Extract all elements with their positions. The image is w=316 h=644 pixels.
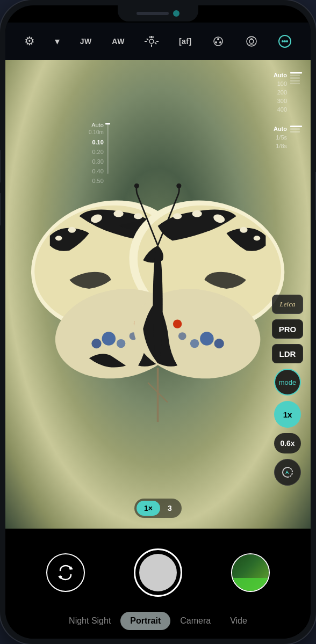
zoom-1x-label: 1x xyxy=(283,410,292,419)
svg-point-30 xyxy=(240,227,248,233)
autofocus-af[interactable]: [af] xyxy=(179,37,192,46)
svg-point-11 xyxy=(219,41,221,43)
viewfinder-preview xyxy=(5,60,311,529)
shutter-bar-2 xyxy=(290,128,300,130)
svg-point-40 xyxy=(214,339,224,348)
volume-up-button[interactable] xyxy=(0,150,1,182)
ldr-button[interactable]: LDR xyxy=(272,344,303,363)
phone-screen: ⚙ ▾ JW AW [af] xyxy=(5,5,311,639)
settings-icon[interactable]: ⚙ xyxy=(24,34,35,48)
iso-labels: Auto 100 200 300 400 xyxy=(274,71,287,114)
bottom-controls: Night Sight Portrait Camera Vide xyxy=(5,529,311,639)
focus-val-1: 0.10 xyxy=(92,137,103,147)
zoom-toggle[interactable]: 1× 3 xyxy=(134,499,182,518)
shutter-inner-circle xyxy=(139,554,177,591)
svg-point-41 xyxy=(190,339,199,348)
butterfly-image xyxy=(20,84,295,506)
focus-val-2: 0.20 xyxy=(92,147,103,157)
more-options-icon[interactable] xyxy=(278,34,292,48)
iso-track xyxy=(290,71,302,84)
focus-subtitle: 0.10m xyxy=(89,129,104,135)
shutter-button[interactable] xyxy=(134,548,182,597)
leica-badge: Leica xyxy=(272,295,303,314)
notch xyxy=(118,5,198,21)
mode-button[interactable]: mode xyxy=(274,369,301,396)
flip-camera-button[interactable] xyxy=(46,553,85,592)
right-button-panel: Leica PRO LDR mode 1x 0.6x xyxy=(272,295,303,486)
exposure-icon[interactable] xyxy=(145,36,159,47)
camera-viewfinder[interactable]: Auto 100 200 300 400 Auto 1 xyxy=(5,60,311,529)
svg-point-43 xyxy=(173,319,182,328)
svg-point-24 xyxy=(55,236,62,240)
zoom-3-toggle-label: 3 xyxy=(168,504,172,513)
tab-night-sight[interactable]: Night Sight xyxy=(59,612,120,630)
svg-point-12 xyxy=(247,36,256,46)
tab-portrait[interactable]: Portrait xyxy=(120,612,170,630)
svg-point-10 xyxy=(215,41,217,43)
focus-val-4: 0.40 xyxy=(92,166,103,176)
dropdown-icon[interactable]: ▾ xyxy=(55,35,60,47)
shutter-track xyxy=(290,125,302,133)
svg-point-9 xyxy=(217,38,219,40)
iso-bar-4 xyxy=(290,80,300,82)
svg-point-34 xyxy=(92,339,102,348)
gallery-preview xyxy=(232,554,269,591)
zoom-06x-label: 0.6x xyxy=(280,439,295,448)
svg-line-3 xyxy=(155,42,156,44)
macro-icon[interactable] xyxy=(212,35,225,48)
white-balance-jw[interactable]: JW xyxy=(80,37,92,46)
focus-slider[interactable]: Auto 0.10m 0.10 0.20 0.30 0.40 0.50 xyxy=(89,122,109,186)
ldr-label: LDR xyxy=(279,349,296,358)
svg-point-21 xyxy=(114,210,124,217)
zoom-1x-active[interactable]: 1× xyxy=(137,501,160,516)
pro-button[interactable]: PRO xyxy=(272,319,303,339)
tab-video[interactable]: Vide xyxy=(220,612,257,630)
svg-point-15 xyxy=(282,40,284,42)
speaker-grille xyxy=(137,12,169,15)
iso-bar-5 xyxy=(290,83,300,84)
focus-track xyxy=(107,123,109,174)
svg-point-46 xyxy=(177,183,182,188)
svg-point-45 xyxy=(134,183,139,188)
svg-point-29 xyxy=(173,213,182,219)
auto-rotate-button[interactable]: A xyxy=(274,459,301,486)
zoom-1x-toggle-label: 1× xyxy=(144,504,153,513)
svg-point-17 xyxy=(286,40,288,42)
lens-select-icon[interactable] xyxy=(245,35,258,48)
phone-frame: ⚙ ▾ JW AW [af] xyxy=(0,0,316,644)
auto-white-aw[interactable]: AW xyxy=(112,37,125,46)
focus-val-3: 0.30 xyxy=(92,157,103,166)
svg-text:A: A xyxy=(285,470,289,475)
shutter-slider[interactable]: Auto 1/5s 1/8s xyxy=(274,125,302,150)
svg-point-13 xyxy=(249,39,254,43)
svg-point-6 xyxy=(149,39,154,43)
shutter-bar-3 xyxy=(290,131,300,133)
leica-label: Leica xyxy=(280,300,296,309)
svg-point-42 xyxy=(178,332,186,340)
focus-title: Auto xyxy=(89,122,104,128)
pro-label: PRO xyxy=(279,325,297,334)
zoom-06x-button[interactable]: 0.6x xyxy=(274,433,301,453)
focus-indicator xyxy=(105,123,110,125)
iso-slider[interactable]: Auto 100 200 300 400 xyxy=(274,71,302,114)
svg-point-28 xyxy=(192,210,202,217)
gallery-green-strip xyxy=(232,578,269,591)
svg-point-44 xyxy=(153,245,163,363)
camera-toolbar: ⚙ ▾ JW AW [af] xyxy=(5,23,311,60)
gallery-button[interactable] xyxy=(231,553,270,592)
svg-point-23 xyxy=(68,227,76,233)
zoom-1x-button[interactable]: 1x xyxy=(274,401,301,428)
front-camera-icon xyxy=(173,10,179,17)
svg-point-35 xyxy=(117,339,125,348)
auto-rotate-icon: A xyxy=(281,465,295,479)
volume-down-button[interactable] xyxy=(0,193,1,225)
tab-camera[interactable]: Camera xyxy=(170,612,220,630)
shutter-row xyxy=(5,529,311,605)
iso-indicator-active xyxy=(290,72,302,74)
mode-label: mode xyxy=(279,378,297,386)
iso-bar-2 xyxy=(290,75,300,76)
svg-point-16 xyxy=(284,40,286,42)
zoom-3-inactive[interactable]: 3 xyxy=(160,501,179,516)
shutter-indicator-active xyxy=(290,126,302,127)
svg-point-22 xyxy=(134,213,142,219)
